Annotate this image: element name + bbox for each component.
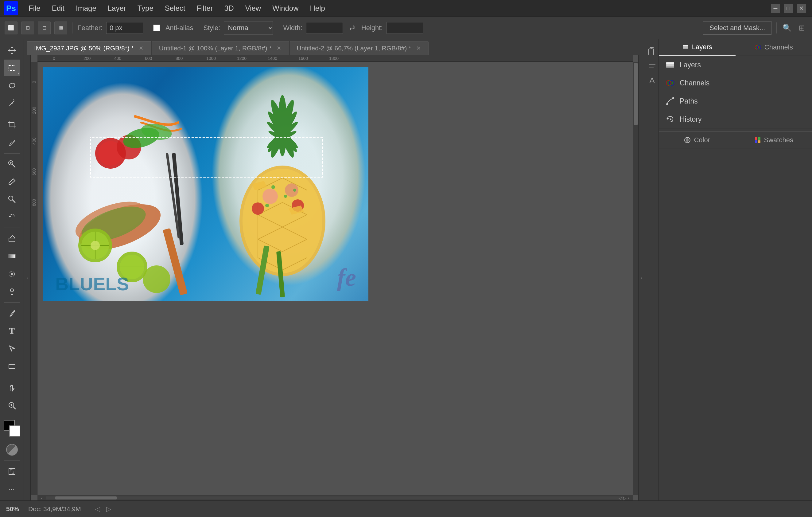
scrollbar-horizontal[interactable]: ‹ › ◁ ▷	[37, 495, 633, 500]
screen-mode-btn[interactable]	[4, 463, 20, 480]
svg-text:0: 0	[32, 81, 36, 83]
svg-rect-106	[755, 137, 757, 140]
blur-tool[interactable]	[4, 266, 20, 282]
zoom-level: 50%	[6, 505, 19, 513]
eraser-tool[interactable]	[4, 230, 20, 247]
maximize-btn[interactable]: □	[784, 4, 793, 13]
search-btn[interactable]: 🔍	[782, 22, 793, 33]
scroll-left-btn[interactable]: ‹	[37, 495, 46, 500]
panel-layers-icon	[665, 60, 675, 70]
tab-close-2[interactable]: ✕	[415, 45, 422, 51]
feather-input[interactable]	[106, 22, 143, 34]
nav-prev-btn[interactable]: ◁	[93, 505, 102, 513]
color-tab[interactable]: Color	[659, 132, 735, 148]
svg-rect-97	[666, 62, 674, 64]
shape-tool[interactable]	[4, 358, 20, 374]
more-tools-btn[interactable]: ···	[4, 481, 20, 497]
background-color[interactable]	[9, 426, 20, 437]
eyedropper-tool[interactable]	[4, 134, 20, 151]
history-brush-tool[interactable]	[4, 209, 20, 225]
svg-point-81	[293, 189, 296, 192]
style-select[interactable]: Normal Fixed Ratio Fixed Size	[224, 21, 273, 35]
panel-item-layers[interactable]: Layers	[659, 56, 812, 74]
type-tool[interactable]: T	[4, 323, 20, 339]
menu-layer[interactable]: Layer	[103, 2, 131, 15]
tab-close-0[interactable]: ✕	[138, 45, 144, 51]
zoom-tool[interactable]	[4, 397, 20, 413]
swatches-icon	[754, 137, 761, 143]
tab-close-1[interactable]: ✕	[276, 45, 282, 51]
crop-tool[interactable]	[4, 117, 20, 133]
lasso-tool[interactable]	[4, 77, 20, 94]
layers-tab[interactable]: Layers	[659, 39, 735, 56]
rectangular-marquee-tool[interactable]: ▾	[4, 60, 20, 76]
close-btn[interactable]: ✕	[796, 4, 806, 13]
spot-heal-tool[interactable]	[4, 156, 20, 172]
pen-tool[interactable]	[4, 305, 20, 321]
quick-mask-btn[interactable]	[4, 442, 20, 458]
width-input[interactable]	[306, 22, 343, 34]
menu-edit[interactable]: Edit	[47, 2, 69, 15]
panel-item-channels[interactable]: Channels	[659, 74, 812, 92]
scroll-thumb-horizontal[interactable]	[55, 496, 117, 499]
select-mask-btn[interactable]: Select and Mask...	[703, 21, 772, 35]
hand-tool[interactable]	[4, 380, 20, 396]
tab-untitled1[interactable]: Untitled-1 @ 100% (Layer 1, RGB/8#) * ✕	[152, 41, 289, 55]
clone-stamp-tool[interactable]	[4, 191, 20, 207]
color-tab-label: Color	[694, 136, 710, 144]
svg-text:1200: 1200	[237, 56, 246, 61]
canvas-viewport[interactable]: 0 200 400 600 800 1000 1200 1400 1600 18…	[31, 55, 638, 500]
panel-item-paths[interactable]: Paths	[659, 92, 812, 110]
swatches-tab[interactable]: Swatches	[735, 132, 812, 148]
text-align-btn[interactable]	[646, 60, 658, 72]
add-selection-btn[interactable]: ⊞	[21, 22, 34, 34]
svg-rect-23	[9, 468, 15, 474]
magic-wand-tool[interactable]	[4, 95, 20, 111]
tab-untitled2[interactable]: Untitled-2 @ 66,7% (Layer 1, RGB/8#) * ✕	[290, 41, 429, 55]
intersect-selection-btn[interactable]: ⊠	[54, 22, 67, 34]
right-collapse-btn[interactable]: ›	[638, 55, 645, 500]
tools-sep-5	[4, 377, 20, 377]
panel-channels-icon	[665, 78, 675, 88]
canvas-working-area[interactable]: BLUELS fe	[40, 64, 633, 495]
arrange-btn[interactable]: ⊞	[796, 22, 807, 33]
color-icon	[684, 137, 691, 143]
menu-image[interactable]: Image	[71, 2, 101, 15]
photoshop-logo: Ps	[4, 1, 18, 16]
menu-type[interactable]: Type	[133, 2, 158, 15]
new-selection-btn[interactable]: ⬜	[5, 22, 18, 34]
tab-img2937[interactable]: IMG_2937.JPG @ 50% (RGB/8*) * ✕	[27, 41, 151, 55]
move-tool[interactable]	[4, 42, 20, 58]
color-tool[interactable]	[4, 420, 20, 436]
path-select-tool[interactable]	[4, 341, 20, 357]
text-style-btn[interactable]	[646, 75, 658, 86]
subtract-selection-btn[interactable]: ⊟	[38, 22, 51, 34]
menu-select[interactable]: Select	[160, 2, 190, 15]
menu-filter[interactable]: Filter	[192, 2, 218, 15]
swap-dimensions-btn[interactable]: ⇄	[347, 22, 358, 33]
panel-item-history[interactable]: History	[659, 110, 812, 128]
scrollbar-vertical[interactable]	[633, 62, 638, 495]
menu-3d[interactable]: 3D	[220, 2, 239, 15]
brush-tool[interactable]	[4, 173, 20, 190]
minimize-btn[interactable]: ─	[771, 4, 780, 13]
main-layout: ▾	[0, 39, 812, 500]
anti-alias-checkbox[interactable]	[153, 25, 160, 31]
menu-file[interactable]: File	[24, 2, 46, 15]
dodge-tool[interactable]	[4, 283, 20, 300]
gradient-tool[interactable]	[4, 248, 20, 265]
menu-window[interactable]: Window	[267, 2, 303, 15]
channels-tab[interactable]: Channels	[735, 39, 812, 56]
height-input[interactable]	[386, 22, 423, 34]
left-collapse-btn[interactable]: ‹	[24, 55, 31, 500]
quick-mask-icon	[6, 444, 18, 456]
menu-view[interactable]: View	[240, 2, 266, 15]
scrollbar-thumb-vertical[interactable]	[634, 63, 638, 125]
menu-help[interactable]: Help	[305, 2, 330, 15]
nav-next-btn[interactable]: ▷	[105, 505, 113, 513]
svg-text:1600: 1600	[298, 56, 308, 61]
svg-rect-13	[8, 254, 16, 258]
text-rotate-btn[interactable]	[646, 45, 658, 57]
tools-panel: ▾	[0, 39, 24, 500]
svg-point-52	[143, 265, 170, 293]
